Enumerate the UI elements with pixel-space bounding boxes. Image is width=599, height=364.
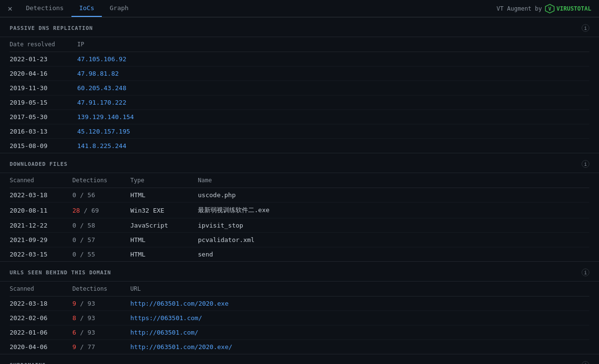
file-type: HTML <box>130 191 198 199</box>
file-detections: 0 / 56 <box>72 191 130 199</box>
dns-ip[interactable]: 60.205.43.248 <box>77 84 589 92</box>
table-row: 2022-01-06 6 / 93 http://063501.com/ <box>10 325 589 340</box>
vt-logo-icon: V <box>545 4 555 13</box>
dns-date: 2015-08-09 <box>10 142 77 149</box>
det-separator: / 69 <box>84 207 98 214</box>
det-positive: 0 <box>72 191 76 199</box>
tab-detections[interactable]: Detections <box>18 0 71 17</box>
passive-dns-rows: 2022-01-23 47.105.106.92 2020-04-16 47.9… <box>10 52 589 153</box>
table-row: 2016-03-13 45.120.157.195 <box>10 124 589 139</box>
urls-title: URLS SEEN BEHIND THIS DOMAIN <box>10 270 111 276</box>
downloaded-files-section: DOWNLOADED FILES i Scanned Detections Ty… <box>0 153 599 262</box>
table-row: 2022-02-06 8 / 93 https://063501.com/ <box>10 311 589 325</box>
col-header-detections2: Detections <box>72 285 130 292</box>
det-positive: 8 <box>72 314 76 322</box>
det-positive: 6 <box>72 329 76 336</box>
svg-text:V: V <box>548 6 551 12</box>
det-separator: / 77 <box>80 343 95 351</box>
det-separator: / 93 <box>80 300 95 307</box>
det-separator: / 58 <box>80 222 95 229</box>
dns-ip[interactable]: 47.98.81.82 <box>77 70 589 77</box>
dns-date: 2019-05-15 <box>10 99 77 106</box>
col-header-name: Name <box>198 177 589 184</box>
col-header-ip: IP <box>77 41 589 48</box>
file-scanned: 2020-08-11 <box>10 207 72 214</box>
det-separator: / 55 <box>80 251 95 258</box>
dns-date: 2019-11-30 <box>10 84 77 92</box>
file-name: 最新弱视训练软件二.exe <box>198 206 589 215</box>
table-row: 2020-04-06 9 / 77 http://063501.com/2020… <box>10 340 589 354</box>
navbar: ✕ Detections IoCs Graph VT Augment by V … <box>0 0 599 17</box>
det-positive: 28 <box>72 207 80 214</box>
downloaded-files-info-icon[interactable]: i <box>582 160 589 168</box>
urls-section: URLS SEEN BEHIND THIS DOMAIN i Scanned D… <box>0 262 599 354</box>
file-scanned: 2021-09-29 <box>10 236 72 243</box>
tab-iocs[interactable]: IoCs <box>71 0 102 17</box>
det-separator: / 93 <box>80 329 95 336</box>
file-type: HTML <box>130 251 198 258</box>
file-type: Win32 EXE <box>130 207 198 214</box>
downloaded-files-header: DOWNLOADED FILES i <box>0 153 599 173</box>
det-positive: 0 <box>72 251 76 258</box>
col-header-type: Type <box>130 177 198 184</box>
dns-ip[interactable]: 141.8.225.244 <box>77 142 589 149</box>
det-separator: / 56 <box>80 191 95 199</box>
url-value[interactable]: http://063501.com/2020.exe/ <box>130 343 589 351</box>
passive-dns-table: Date resolved IP 2022-01-23 47.105.106.9… <box>0 37 599 153</box>
file-detections: 0 / 57 <box>72 236 130 243</box>
vt-branding: VT Augment by V VIRUSTOTAL <box>497 4 591 13</box>
passive-dns-col-headers: Date resolved IP <box>10 37 589 52</box>
file-detections: 0 / 58 <box>72 222 130 229</box>
dns-date: 2017-05-30 <box>10 113 77 121</box>
table-row: 2022-03-15 0 / 55 HTML send <box>10 247 589 261</box>
urls-header: URLS SEEN BEHIND THIS DOMAIN i <box>0 262 599 282</box>
subdomains-header: SUBDOMAINS i <box>0 354 599 364</box>
det-separator: / 93 <box>80 314 95 322</box>
table-row: 2022-03-18 9 / 93 http://063501.com/2020… <box>10 297 589 311</box>
col-header-scanned2: Scanned <box>10 285 72 292</box>
url-value[interactable]: http://063501.com/2020.exe <box>130 300 589 307</box>
urls-table: Scanned Detections URL 2022-03-18 9 / 93… <box>0 282 599 354</box>
urls-col-headers: Scanned Detections URL <box>10 282 589 297</box>
dns-ip[interactable]: 45.120.157.195 <box>77 128 589 135</box>
file-scanned: 2021-12-22 <box>10 222 72 229</box>
passive-dns-info-icon[interactable]: i <box>582 24 589 32</box>
file-name: send <box>198 251 589 258</box>
url-value[interactable]: http://063501.com/ <box>130 329 589 336</box>
url-detections: 9 / 77 <box>72 343 130 351</box>
urls-info-icon[interactable]: i <box>582 269 589 276</box>
file-detections: 28 / 69 <box>72 207 130 214</box>
close-button[interactable]: ✕ <box>4 2 16 15</box>
url-detections: 8 / 93 <box>72 314 130 322</box>
urls-rows: 2022-03-18 9 / 93 http://063501.com/2020… <box>10 297 589 354</box>
col-header-detections: Detections <box>72 177 130 184</box>
table-row: 2020-04-16 47.98.81.82 <box>10 67 589 81</box>
file-name: uscode.php <box>198 191 589 199</box>
table-row: 2020-08-11 28 / 69 Win32 EXE 最新弱视训练软件二.e… <box>10 202 589 218</box>
subdomains-info-icon[interactable]: i <box>582 361 589 364</box>
url-scanned: 2022-02-06 <box>10 314 72 322</box>
table-row: 2019-05-15 47.91.170.222 <box>10 95 589 110</box>
table-row: 2022-01-23 47.105.106.92 <box>10 52 589 67</box>
main-content: PASSIVE DNS REPLICATION i Date resolved … <box>0 17 599 364</box>
downloaded-files-col-headers: Scanned Detections Type Name <box>10 173 589 188</box>
url-value[interactable]: https://063501.com/ <box>130 314 589 322</box>
downloaded-files-rows: 2022-03-18 0 / 56 HTML uscode.php 2020-0… <box>10 188 589 261</box>
table-row: 2017-05-30 139.129.140.154 <box>10 110 589 124</box>
tab-graph[interactable]: Graph <box>102 0 136 17</box>
passive-dns-header: PASSIVE DNS REPLICATION i <box>0 17 599 37</box>
det-positive: 0 <box>72 236 76 243</box>
det-separator: / 57 <box>80 236 95 243</box>
dns-ip[interactable]: 47.105.106.92 <box>77 55 589 63</box>
det-positive: 9 <box>72 343 76 351</box>
url-detections: 6 / 93 <box>72 329 130 336</box>
det-positive: 0 <box>72 222 76 229</box>
col-header-scanned: Scanned <box>10 177 72 184</box>
file-name: pcvalidator.xml <box>198 236 589 243</box>
dns-ip[interactable]: 139.129.140.154 <box>77 113 589 121</box>
col-header-date: Date resolved <box>10 41 77 48</box>
dns-ip[interactable]: 47.91.170.222 <box>77 99 589 106</box>
table-row: 2015-08-09 141.8.225.244 <box>10 139 589 153</box>
table-row: 2021-12-22 0 / 58 JavaScript ipvisit_sto… <box>10 218 589 233</box>
url-detections: 9 / 93 <box>72 300 130 307</box>
